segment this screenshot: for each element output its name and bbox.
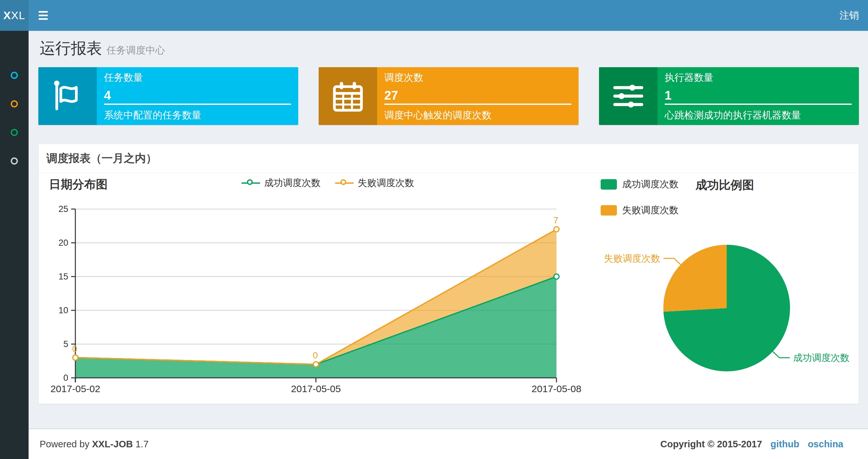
stat-card-executors: 执行器数量 1 心跳检测成功的执行器机器数量 xyxy=(599,67,859,125)
logout-button[interactable]: 注销 xyxy=(830,0,868,31)
flag-icon xyxy=(38,67,97,125)
sidebar-item-4[interactable] xyxy=(0,150,29,172)
logo-text-bold: X xyxy=(3,9,11,22)
stat-card-triggers: 调度次数 27 调度中心触发的调度次数 xyxy=(319,67,579,125)
svg-text:10: 10 xyxy=(59,305,68,315)
stat-description: 系统中配置的任务数量 xyxy=(104,109,202,122)
main-content: 运行报表任务调度中心 任务数量 4 系统中配置的任务数量 xyxy=(29,31,868,428)
footer: Powered by XXL-JOB 1.7 Copyright © 2015-… xyxy=(29,428,868,459)
sliders-icon xyxy=(599,67,657,125)
svg-text:0: 0 xyxy=(72,344,77,354)
svg-text:5: 5 xyxy=(63,339,68,349)
stat-label: 执行器数量 xyxy=(664,72,852,84)
sidebar-item-2[interactable] xyxy=(0,93,29,115)
circle-o-icon xyxy=(11,72,18,79)
sidebar-item-3[interactable] xyxy=(0,121,29,144)
svg-text:失败调度次数: 失败调度次数 xyxy=(604,253,660,264)
svg-text:15: 15 xyxy=(59,272,68,282)
svg-text:2017-05-02: 2017-05-02 xyxy=(50,383,100,394)
stat-value: 1 xyxy=(664,89,852,102)
divider xyxy=(384,103,571,105)
svg-text:0: 0 xyxy=(313,350,318,360)
circle-o-icon xyxy=(11,129,18,136)
svg-text:25: 25 xyxy=(59,204,68,214)
logo-text: XL xyxy=(11,9,25,22)
svg-text:7: 7 xyxy=(553,215,558,225)
product-version: 1.7 xyxy=(135,439,149,449)
divider xyxy=(104,103,291,105)
sidebar-item-1[interactable] xyxy=(0,64,29,87)
copyright-text: Copyright © 2015-2017 xyxy=(660,439,762,450)
page-subtitle: 任务调度中心 xyxy=(106,44,165,57)
top-navbar: XXL 注销 xyxy=(0,0,868,31)
stat-description: 调度中心触发的调度次数 xyxy=(384,109,492,122)
github-link[interactable]: github xyxy=(771,439,800,450)
sidebar-toggle-icon[interactable] xyxy=(29,0,58,31)
powered-by: Powered by XXL-JOB 1.7 xyxy=(40,439,149,450)
svg-text:2017-05-05: 2017-05-05 xyxy=(291,383,341,394)
stat-value: 27 xyxy=(384,89,571,102)
circle-o-icon xyxy=(11,100,18,107)
svg-text:20: 20 xyxy=(59,238,68,248)
page-header: 运行报表任务调度中心 xyxy=(40,38,165,59)
svg-text:0: 0 xyxy=(63,373,68,383)
charts-canvas: 05101520252017-05-022017-05-052017-05-08… xyxy=(39,144,859,404)
divider xyxy=(664,103,852,105)
calendar-icon xyxy=(319,67,377,125)
product-name: XXL-JOB xyxy=(92,439,133,449)
stat-label: 调度次数 xyxy=(384,72,571,84)
copyright: Copyright © 2015-2017 github oschina xyxy=(660,439,843,450)
stat-card-jobs: 任务数量 4 系统中配置的任务数量 xyxy=(38,67,298,125)
stat-description: 心跳检测成功的执行器机器数量 xyxy=(664,109,801,122)
app-logo[interactable]: XXL xyxy=(0,0,29,31)
svg-text:2017-05-08: 2017-05-08 xyxy=(531,383,581,394)
page-title: 运行报表 xyxy=(40,38,102,59)
stat-value: 4 xyxy=(104,89,291,102)
oschina-link[interactable]: oschina xyxy=(808,439,843,450)
svg-text:成功调度次数: 成功调度次数 xyxy=(793,353,849,363)
sidebar xyxy=(0,31,29,459)
report-panel: 调度报表（一月之内） 日期分布图 成功调度次数失败调度次数 成功调度次数失败调度… xyxy=(38,144,859,404)
circle-o-icon xyxy=(11,158,18,165)
stat-label: 任务数量 xyxy=(104,72,291,84)
